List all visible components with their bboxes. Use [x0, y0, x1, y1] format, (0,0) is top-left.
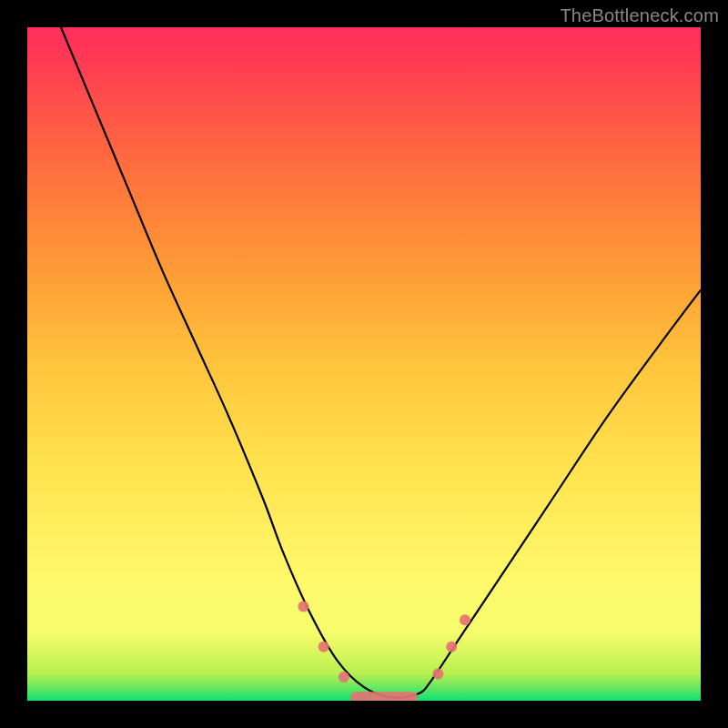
chart-frame: TheBottleneck.com — [0, 0, 728, 728]
watermark-text: TheBottleneck.com — [560, 5, 719, 26]
curve-marker — [339, 672, 349, 682]
bottleneck-curve — [61, 27, 701, 698]
curve-bottom-bar — [350, 692, 418, 701]
curve-marker — [298, 601, 308, 612]
curve-marker — [318, 642, 329, 652]
curve-marker — [432, 668, 443, 679]
plot-area — [27, 27, 701, 701]
markers-group — [298, 601, 470, 701]
curve-marker — [460, 614, 470, 625]
curve-marker — [446, 642, 457, 652]
chart-svg — [27, 27, 701, 701]
